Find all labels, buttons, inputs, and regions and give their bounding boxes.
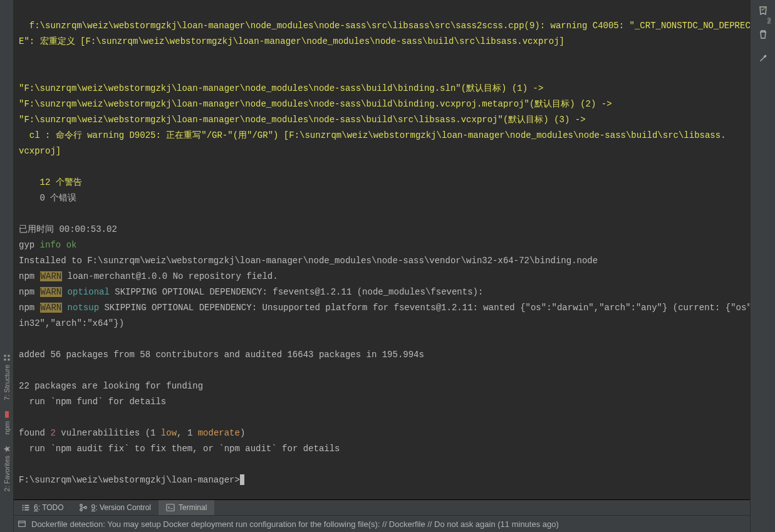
cl-warning: cl : 命令行 warning D9025: 正在重写"/GR-"(用"/GR… <box>19 130 726 140</box>
warnings-count: 12 个警告 <box>19 177 82 187</box>
funding-2: run `npm fund` for details <box>19 397 166 407</box>
npm-icon <box>3 410 11 418</box>
trash-icon[interactable]: 2 <box>756 28 770 41</box>
gyp-prefix: gyp <box>19 240 40 250</box>
sln-target-2: "F:\sunzrqm\weiz\webstormgzkj\loan-manag… <box>19 99 612 109</box>
docker-notification-icon <box>18 519 26 528</box>
svg-rect-0 <box>4 359 6 361</box>
npm-pfx-2: npm <box>19 287 40 297</box>
vcxproj-tail: vcxproj] <box>19 146 61 156</box>
npm-notsup: notsup <box>62 303 99 313</box>
svg-point-5 <box>80 504 82 507</box>
npm-optional: optional <box>62 287 110 297</box>
npm-warn-badge: WARN <box>40 303 63 313</box>
added-packages: added 56 packages from 58 contributors a… <box>19 350 424 360</box>
sidebar-item-npm[interactable]: npm <box>1 405 13 439</box>
tab-terminal[interactable]: Terminal <box>159 500 214 515</box>
main-area: f:\sunzrqm\weiz\webstormgzkj\loan-manage… <box>14 0 775 532</box>
npm-warn-badge: WARN <box>40 287 63 297</box>
tab-todo[interactable]: 6: TODO <box>14 500 71 515</box>
npm-warn-badge: WARN <box>40 271 63 281</box>
favorites-label: 2: Favorites <box>3 456 11 491</box>
npm-pfx-1: npm <box>19 271 40 281</box>
npm2-rest: SKIPPING OPTIONAL DEPENDENCY: fsevents@1… <box>110 287 484 297</box>
vuln-count: 2 <box>50 428 55 438</box>
npm-warn-1-rest: loan-merchant@1.0.0 No repository field. <box>62 271 278 281</box>
npm3-rest: SKIPPING OPTIONAL DEPENDENCY: Unsupporte… <box>19 303 767 328</box>
svg-rect-3 <box>8 355 9 357</box>
cursor <box>240 474 244 485</box>
gyp-info: info <box>40 240 61 250</box>
found-pre: found <box>19 428 50 438</box>
structure-label: 7: Structure <box>3 365 11 400</box>
vuln-moderate: moderate <box>198 428 240 438</box>
star-icon <box>3 445 11 452</box>
warning-line: f:\sunzrqm\weiz\webstormgzkj\loan-manage… <box>19 21 761 46</box>
events-badge-2: 2 <box>767 16 771 24</box>
svg-point-7 <box>84 506 86 509</box>
errors-count: 0 个错误 <box>19 193 76 203</box>
svg-rect-4 <box>5 411 9 418</box>
tab-version-control[interactable]: 9: Version Control <box>71 500 159 515</box>
wrench-icon[interactable] <box>756 51 770 65</box>
svg-point-6 <box>80 509 82 511</box>
svg-rect-2 <box>8 359 9 361</box>
vuln-low: low <box>161 428 177 438</box>
right-tool-strip: 2 2 <box>750 0 775 532</box>
vcs-icon <box>79 503 88 512</box>
todo-icon <box>21 503 30 512</box>
bottom-tool-tabs: 6: TODO 9: Version Control Terminal <box>14 499 775 515</box>
sidebar-item-favorites[interactable]: 2: Favorites <box>1 440 13 496</box>
svg-rect-8 <box>167 504 174 511</box>
npm-label: npm <box>3 421 11 434</box>
structure-icon <box>3 354 11 362</box>
status-bar: Dockerfile detection: You may setup Dock… <box>14 515 775 532</box>
sln-target-1: "F:\sunzrqm\weiz\webstormgzkj\loan-manag… <box>19 83 543 93</box>
terminal-output[interactable]: f:\sunzrqm\weiz\webstormgzkj\loan-manage… <box>14 0 775 499</box>
sln-target-3: "F:\sunzrqm\weiz\webstormgzkj\loan-manag… <box>19 115 586 125</box>
gyp-ok: ok <box>66 240 77 250</box>
installed-line: Installed to F:\sunzrqm\weiz\webstormgzk… <box>19 256 598 266</box>
npm-pfx-3: npm <box>19 303 40 313</box>
events-icon[interactable]: 2 <box>756 4 770 18</box>
svg-rect-9 <box>19 521 26 527</box>
sidebar-item-structure[interactable]: 7: Structure <box>1 349 13 405</box>
audit-line: run `npm audit fix` to fix them, or `npm… <box>19 444 340 454</box>
status-text[interactable]: Dockerfile detection: You may setup Dock… <box>31 519 559 529</box>
funding-1: 22 packages are looking for funding <box>19 381 203 391</box>
left-tool-sidebar: 7: Structure npm 2: Favorites <box>0 0 14 532</box>
svg-rect-1 <box>4 355 6 357</box>
elapsed-time: 已用时间 00:00:53.02 <box>19 224 117 234</box>
prompt: F:\sunzrqm\weiz\webstormgzkj\loan-manage… <box>19 475 240 485</box>
terminal-icon <box>166 503 175 512</box>
